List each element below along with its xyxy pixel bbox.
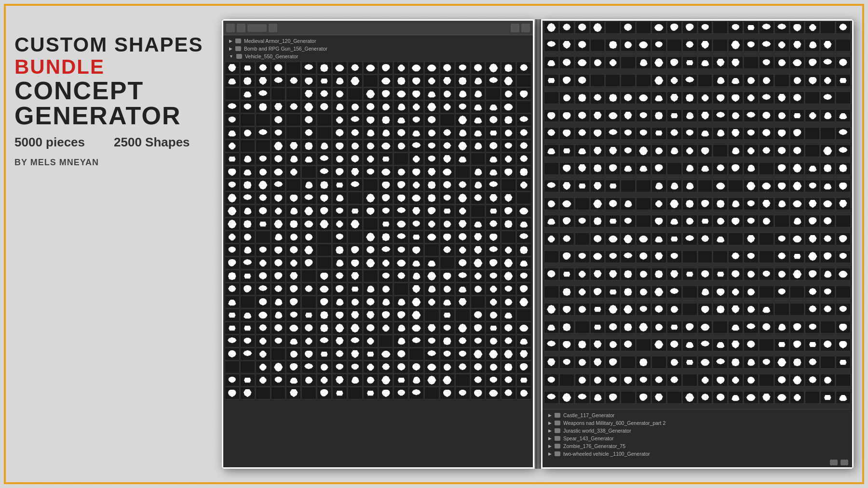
shape-cell[interactable] — [455, 153, 470, 165]
shape-cell[interactable] — [636, 286, 651, 298]
shape-cell[interactable] — [363, 62, 378, 74]
shape-cell[interactable] — [240, 153, 255, 165]
shape-cell[interactable] — [225, 153, 240, 165]
shape-cell[interactable] — [774, 321, 789, 333]
shape-cell[interactable] — [409, 309, 424, 321]
shape-cell[interactable] — [317, 205, 332, 217]
shape-cell[interactable] — [348, 387, 363, 399]
shape-cell[interactable] — [471, 322, 486, 334]
shape-cell[interactable] — [409, 374, 424, 386]
shape-cell[interactable] — [271, 166, 286, 178]
shape-cell[interactable] — [363, 179, 378, 191]
shape-cell[interactable] — [409, 75, 424, 87]
shape-cell[interactable] — [301, 192, 316, 204]
shape-cell[interactable] — [744, 215, 759, 227]
shape-cell[interactable] — [713, 374, 728, 386]
shape-cell[interactable] — [836, 198, 851, 210]
shape-cell[interactable] — [471, 153, 486, 165]
shape-cell[interactable] — [363, 192, 378, 204]
shape-cell[interactable] — [424, 101, 439, 113]
shape-cell[interactable] — [590, 374, 605, 386]
shape-cell[interactable] — [713, 92, 728, 104]
shape-cell[interactable] — [636, 374, 651, 386]
shape-cell[interactable] — [713, 109, 728, 122]
shape-cell[interactable] — [271, 62, 286, 74]
shape-cell[interactable] — [332, 153, 347, 165]
shape-cell[interactable] — [805, 321, 820, 333]
shape-cell[interactable] — [682, 303, 697, 316]
shape-cell[interactable] — [332, 361, 347, 373]
shape-cell[interactable] — [393, 283, 408, 295]
shape-cell[interactable] — [317, 309, 332, 321]
shape-cell[interactable] — [501, 335, 516, 347]
shape-cell[interactable] — [575, 39, 590, 52]
shape-cell[interactable] — [424, 296, 439, 308]
shape-cell[interactable] — [516, 387, 531, 399]
shape-cell[interactable] — [240, 205, 255, 217]
tree-item-2[interactable]: ▶ Bomb and RPG Gun_156_Generator — [227, 45, 529, 53]
shape-cell[interactable] — [471, 101, 486, 113]
shape-cell[interactable] — [544, 321, 559, 333]
shape-cell[interactable] — [348, 374, 363, 386]
shape-cell[interactable] — [820, 21, 835, 34]
shape-cell[interactable] — [440, 205, 455, 217]
shape-cell[interactable] — [636, 39, 651, 52]
shape-cell[interactable] — [667, 162, 682, 175]
shape-cell[interactable] — [348, 205, 363, 217]
shape-cell[interactable] — [651, 74, 666, 87]
shape-cell[interactable] — [225, 283, 240, 295]
shape-cell[interactable] — [301, 322, 316, 334]
shape-cell[interactable] — [501, 192, 516, 204]
shape-cell[interactable] — [424, 257, 439, 269]
shape-cell[interactable] — [317, 322, 332, 334]
shape-cell[interactable] — [605, 109, 620, 122]
shape-cell[interactable] — [790, 198, 805, 210]
shape-cell[interactable] — [486, 166, 501, 178]
shape-cell[interactable] — [256, 348, 271, 360]
shape-cell[interactable] — [455, 88, 470, 100]
shape-cell[interactable] — [486, 62, 501, 74]
shape-cell[interactable] — [348, 114, 363, 126]
shape-cell[interactable] — [774, 391, 789, 404]
shape-cell[interactable] — [605, 339, 620, 351]
shape-cell[interactable] — [286, 101, 301, 113]
shape-cell[interactable] — [605, 74, 620, 87]
shape-cell[interactable] — [240, 374, 255, 386]
right-tree-6[interactable]: ▶ two-wheeled vehicle _1100_Generator — [546, 450, 848, 458]
shape-cell[interactable] — [774, 39, 789, 52]
shape-cell[interactable] — [317, 257, 332, 269]
shape-cell[interactable] — [440, 348, 455, 360]
shape-cell[interactable] — [636, 92, 651, 104]
right-tree-1[interactable]: ▶ Castle_117_Generator — [546, 411, 848, 419]
shape-cell[interactable] — [698, 303, 713, 316]
shape-cell[interactable] — [698, 321, 713, 333]
shape-cell[interactable] — [393, 231, 408, 243]
shape-cell[interactable] — [363, 296, 378, 308]
shape-cell[interactable] — [805, 39, 820, 52]
shape-cell[interactable] — [805, 233, 820, 245]
shape-cell[interactable] — [225, 374, 240, 386]
shape-cell[interactable] — [682, 233, 697, 245]
shape-cell[interactable] — [393, 335, 408, 347]
shape-cell[interactable] — [301, 257, 316, 269]
shape-cell[interactable] — [559, 162, 574, 175]
shape-cell[interactable] — [379, 257, 393, 269]
shape-cell[interactable] — [682, 321, 697, 333]
shape-cell[interactable] — [348, 322, 363, 334]
shape-cell[interactable] — [301, 88, 316, 100]
shape-cell[interactable] — [713, 356, 728, 369]
shape-cell[interactable] — [559, 233, 574, 245]
shape-cell[interactable] — [698, 286, 713, 298]
shape-cell[interactable] — [605, 127, 620, 140]
shape-cell[interactable] — [471, 374, 486, 386]
shape-cell[interactable] — [836, 74, 851, 87]
shape-cell[interactable] — [790, 56, 805, 69]
shape-cell[interactable] — [820, 127, 835, 140]
shape-cell[interactable] — [301, 166, 316, 178]
shape-cell[interactable] — [363, 231, 378, 243]
shape-cell[interactable] — [225, 387, 240, 399]
shape-cell[interactable] — [728, 356, 743, 369]
shape-cell[interactable] — [820, 391, 835, 404]
shape-cell[interactable] — [332, 205, 347, 217]
shape-cell[interactable] — [759, 251, 774, 263]
